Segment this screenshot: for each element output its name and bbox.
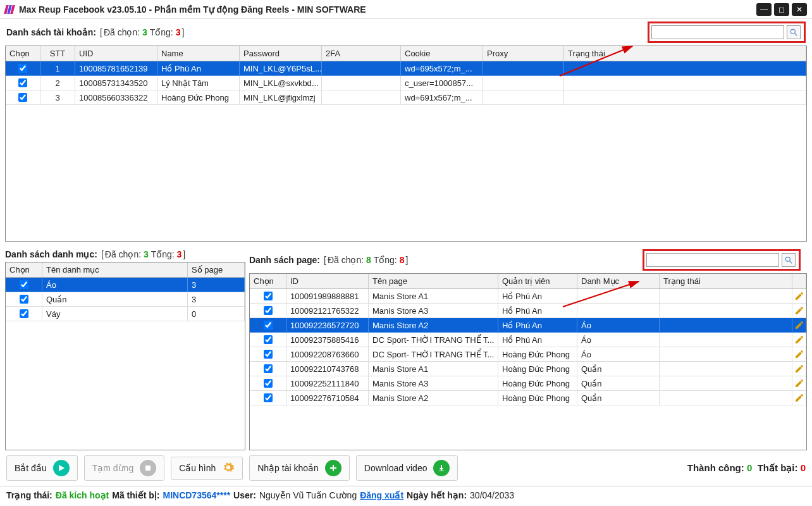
stop-icon <box>140 460 156 476</box>
table-row[interactable]: 100092276710584Manis Store A2Hoàng Đức P… <box>250 391 806 405</box>
row-checkbox[interactable] <box>264 306 273 315</box>
search-icon <box>784 256 793 264</box>
row-checkbox[interactable] <box>18 64 27 73</box>
download-video-button[interactable]: Download video <box>356 455 458 481</box>
row-checkbox[interactable] <box>264 321 273 330</box>
table-row[interactable]: Váy0 <box>6 307 245 321</box>
window-title: Max Reup Facebook v23.05.10 - Phần mềm T… <box>19 4 366 15</box>
edit-icon <box>794 320 804 330</box>
accounts-search-highlight <box>648 22 806 43</box>
edit-row-button[interactable] <box>792 318 806 333</box>
minimize-button[interactable]: — <box>756 3 772 16</box>
accounts-search-input[interactable] <box>651 25 784 39</box>
table-row[interactable]: 3100085660336322Hoàng Đức PhongMIN_LKL@j… <box>6 90 806 105</box>
import-accounts-button[interactable]: Nhập tài khoản <box>249 455 350 481</box>
gear-icon <box>222 461 235 476</box>
play-icon <box>53 460 70 476</box>
svg-point-2 <box>785 257 790 261</box>
edit-icon <box>794 335 804 345</box>
row-checkbox[interactable] <box>18 93 27 102</box>
row-checkbox[interactable] <box>18 78 27 87</box>
close-button[interactable]: ✕ <box>792 3 807 16</box>
pages-search-input[interactable] <box>646 253 779 267</box>
svg-line-1 <box>795 34 797 36</box>
table-row[interactable]: Áo3 <box>6 278 245 292</box>
table-row[interactable]: 1100085781652139Hồ Phú AnMIN_LKL@Y6P5sL.… <box>6 61 806 76</box>
pages-title: Danh sách page: <box>249 255 320 265</box>
row-checkbox[interactable] <box>264 292 273 300</box>
svg-line-3 <box>790 261 792 264</box>
row-checkbox[interactable] <box>264 393 273 402</box>
table-row[interactable]: 100092236572720Manis Store A2Hồ Phú AnÁo <box>250 318 806 333</box>
titlebar: Max Reup Facebook v23.05.10 - Phần mềm T… <box>0 0 812 19</box>
edit-icon <box>794 349 804 359</box>
edit-icon <box>794 305 804 316</box>
edit-row-button[interactable] <box>792 347 806 362</box>
table-row[interactable]: 100092208763660DC Sport- THỜI TRANG THỂ … <box>250 347 806 362</box>
start-button[interactable]: Bắt đầu <box>6 455 78 481</box>
pages-grid[interactable]: Chọn ID Tên page Quản trị viên Danh Mục … <box>249 273 807 450</box>
edit-row-button[interactable] <box>792 391 806 405</box>
edit-row-button[interactable] <box>792 376 806 391</box>
row-checkbox[interactable] <box>20 280 28 289</box>
table-row[interactable]: 2100085731343520Lý Nhật TâmMIN_LKL@sxvkb… <box>6 76 806 90</box>
cats-title: Danh sách danh mục: <box>5 249 97 259</box>
accounts-grid[interactable]: Chọn STT UID Name Password 2FA Cookie Pr… <box>6 46 806 105</box>
bottom-toolbar: Bắt đầu Tạm dừng Cấu hình Nhập tài khoản… <box>0 450 812 486</box>
svg-marker-4 <box>59 465 65 471</box>
maximize-button[interactable]: ◻ <box>774 3 789 16</box>
config-button[interactable]: Cấu hình <box>171 457 243 480</box>
row-checkbox[interactable] <box>264 364 273 373</box>
svg-point-0 <box>790 29 795 34</box>
edit-icon <box>794 378 804 388</box>
edit-row-button[interactable] <box>792 333 806 347</box>
row-checkbox[interactable] <box>264 350 273 359</box>
accounts-header: Danh sách tài khoản: [ Đã chọn: 3 Tổng: … <box>0 19 812 46</box>
edit-icon <box>794 364 804 374</box>
table-row[interactable]: Quần3 <box>6 292 245 307</box>
table-row[interactable]: 100092121765322Manis Store A3Hồ Phú An <box>250 304 806 318</box>
accounts-search-button[interactable] <box>787 25 801 39</box>
app-logo-icon <box>5 5 14 14</box>
edit-icon <box>794 393 804 403</box>
edit-row-button[interactable] <box>792 304 806 318</box>
search-icon <box>789 28 798 37</box>
pages-search-highlight <box>643 249 801 271</box>
accounts-title: Danh sách tài khoản: <box>6 27 96 37</box>
edit-row-button[interactable] <box>792 362 806 376</box>
row-checkbox[interactable] <box>20 295 28 304</box>
table-row[interactable]: 100092252111840Manis Store A3Hoàng Đức P… <box>250 376 806 391</box>
table-row[interactable]: 100091989888881Manis Store A1Hồ Phú An <box>250 289 806 304</box>
footer-statusbar: Trạng thái: Đã kích hoạt Mã thiết bị: MI… <box>0 486 812 504</box>
row-checkbox[interactable] <box>264 379 273 388</box>
plus-icon <box>325 460 341 476</box>
pages-search-button[interactable] <box>782 253 796 267</box>
row-checkbox[interactable] <box>264 335 273 344</box>
categories-grid[interactable]: Chọn Tên danh mục Số page Áo3Quần3Váy0 <box>5 262 245 450</box>
table-row[interactable]: 100092375885416DC Sport- THỜI TRANG THỂ … <box>250 333 806 347</box>
download-icon <box>433 460 450 476</box>
svg-rect-5 <box>145 466 151 471</box>
table-row[interactable]: 100092210743768Manis Store A1Hoàng Đức P… <box>250 362 806 376</box>
run-status: Thành công: 0 Thất bại: 0 <box>687 462 806 474</box>
accounts-grid-header: Chọn STT UID Name Password 2FA Cookie Pr… <box>6 46 806 61</box>
row-checkbox[interactable] <box>20 309 28 318</box>
edit-icon <box>794 291 804 301</box>
logout-link[interactable]: Đăng xuất <box>360 490 403 500</box>
edit-row-button[interactable] <box>792 289 806 304</box>
pause-button[interactable]: Tạm dừng <box>84 455 164 481</box>
